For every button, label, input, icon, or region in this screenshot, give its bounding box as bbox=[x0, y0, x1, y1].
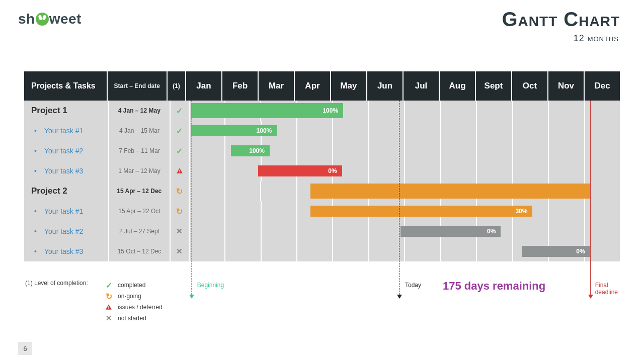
row-name: Project 1 bbox=[24, 106, 108, 116]
cell bbox=[296, 241, 332, 261]
cell bbox=[261, 221, 296, 241]
gantt-bar: 0% bbox=[522, 246, 590, 257]
refresh-icon: ↻ bbox=[105, 292, 113, 300]
hdr-month: Jan bbox=[185, 71, 221, 101]
row-name: Your task #3 bbox=[24, 167, 108, 175]
cell bbox=[548, 221, 584, 241]
hdr-month: Aug bbox=[439, 71, 475, 101]
cell bbox=[548, 161, 584, 181]
marker-green bbox=[191, 101, 192, 295]
row-dates: 1 Mar – 12 May bbox=[108, 161, 170, 181]
cell bbox=[548, 201, 584, 221]
row-dates: 4 Jan – 12 May bbox=[108, 101, 170, 121]
hdr-month: Jun bbox=[366, 71, 403, 101]
cell bbox=[584, 141, 620, 161]
row-dates: 15 Apr – 12 Dec bbox=[108, 181, 170, 201]
row-status: ✓ bbox=[170, 141, 189, 161]
cell bbox=[548, 101, 584, 121]
row-status: ↻ bbox=[170, 181, 189, 201]
hdr-month: Oct bbox=[511, 71, 547, 101]
row-dates: 2 Jul – 27 Sept bbox=[108, 221, 170, 241]
row-name: Your task #2 bbox=[24, 227, 108, 235]
cell bbox=[224, 161, 260, 181]
cell bbox=[440, 121, 476, 141]
cell bbox=[476, 161, 512, 181]
cross-icon: ✕ bbox=[105, 314, 113, 322]
legend-text: not started bbox=[118, 315, 146, 322]
cell bbox=[404, 121, 440, 141]
cell bbox=[332, 121, 368, 141]
legend-lead: (1) Level of completion: bbox=[25, 280, 88, 287]
hdr-dates: Start – End date bbox=[107, 71, 167, 101]
cell bbox=[332, 241, 368, 261]
svg-rect-1 bbox=[179, 172, 180, 172]
svg-rect-2 bbox=[108, 306, 109, 308]
cell bbox=[476, 141, 512, 161]
cell bbox=[296, 221, 332, 241]
cell bbox=[512, 141, 548, 161]
days-remaining: 175 days remaining bbox=[443, 280, 545, 293]
hdr-month: Mar bbox=[258, 71, 294, 101]
cell bbox=[476, 101, 512, 121]
header-row: Projects & Tasks Start – End date (1) Ja… bbox=[24, 71, 620, 101]
task-row: Your task #14 Jan – 15 Mar✓ bbox=[24, 121, 620, 141]
check-icon: ✓ bbox=[176, 147, 184, 155]
cell bbox=[224, 221, 260, 241]
marker-black bbox=[399, 101, 399, 295]
cell bbox=[296, 121, 332, 141]
marker-redln bbox=[590, 101, 591, 295]
row-status: ✕ bbox=[170, 241, 189, 261]
task-row: Your task #22 Jul – 27 Sept✕ bbox=[24, 221, 620, 241]
hdr-month: Jul bbox=[403, 71, 439, 101]
row-status: ✕ bbox=[170, 221, 189, 241]
hdr-month: Dec bbox=[584, 71, 620, 101]
svg-rect-3 bbox=[108, 308, 109, 309]
hdr-month: Nov bbox=[547, 71, 584, 101]
cell bbox=[548, 141, 584, 161]
gantt-chart: Projects & Tasks Start – End date (1) Ja… bbox=[24, 71, 620, 261]
row-dates: 4 Jan – 15 Mar bbox=[108, 121, 170, 141]
cell bbox=[189, 201, 224, 221]
check-icon: ✓ bbox=[105, 281, 113, 289]
cell bbox=[476, 121, 512, 141]
legend-item: issues / deferred bbox=[105, 302, 163, 313]
row-name: Your task #3 bbox=[24, 247, 108, 255]
check-icon: ✓ bbox=[176, 107, 184, 115]
cell bbox=[440, 161, 476, 181]
gantt-bar: 100% bbox=[191, 103, 343, 118]
hdr-projects: Projects & Tasks bbox=[24, 81, 107, 90]
gantt-bar bbox=[310, 184, 590, 199]
row-name: Your task #1 bbox=[24, 207, 108, 215]
marker-label: Beginning bbox=[197, 282, 224, 289]
cell bbox=[189, 161, 224, 181]
page-subtitle: 12 months bbox=[574, 33, 619, 44]
hdr-month: Sept bbox=[475, 71, 511, 101]
cell bbox=[404, 241, 440, 261]
gantt-bar: 0% bbox=[258, 165, 342, 176]
gantt-body: Project 14 Jan – 12 May✓100%Your task #1… bbox=[24, 101, 620, 261]
check-icon: ✓ bbox=[176, 127, 184, 135]
cell bbox=[332, 221, 368, 241]
legend-text: issues / deferred bbox=[118, 304, 163, 311]
row-dates: 15 Oct – 12 Dec bbox=[108, 241, 170, 261]
gantt-bar: 100% bbox=[231, 145, 270, 156]
refresh-icon: ↻ bbox=[176, 207, 184, 215]
brand-logo: shweet bbox=[18, 11, 82, 27]
warning-icon bbox=[105, 303, 113, 311]
cell bbox=[476, 241, 512, 261]
hdr-month: May bbox=[330, 71, 366, 101]
cross-icon: ✕ bbox=[176, 247, 184, 255]
row-status: ↻ bbox=[170, 201, 189, 221]
cell bbox=[296, 141, 332, 161]
legend-text: completed bbox=[118, 282, 145, 289]
cell bbox=[260, 181, 296, 201]
cell bbox=[189, 241, 224, 261]
cell bbox=[404, 161, 440, 181]
row-name: Your task #1 bbox=[24, 127, 108, 135]
cell bbox=[261, 201, 296, 221]
brand-icon bbox=[36, 13, 49, 26]
row-dates: 7 Feb – 11 Mar bbox=[108, 141, 170, 161]
svg-rect-0 bbox=[179, 170, 180, 172]
legend-item: ✓completed bbox=[105, 280, 163, 291]
cell bbox=[224, 181, 260, 201]
